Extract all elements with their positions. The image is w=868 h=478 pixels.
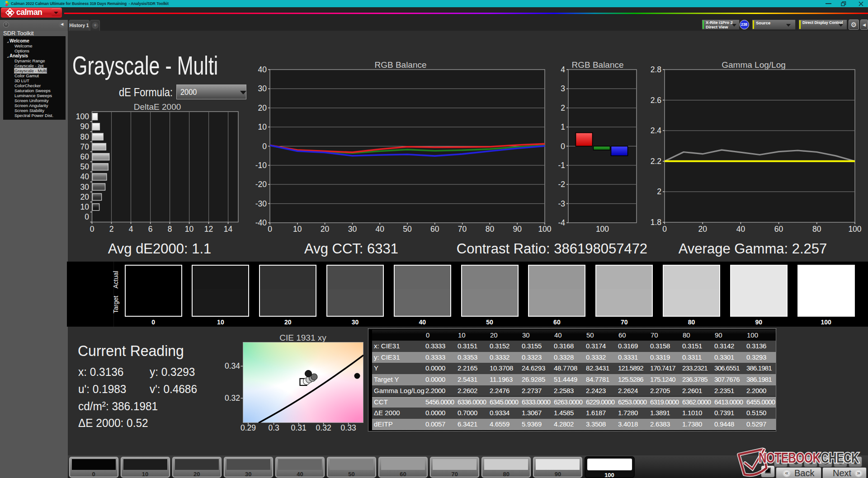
svg-text:3: 3 (561, 84, 565, 93)
svg-text:50: 50 (80, 162, 90, 171)
svg-text:NOTEBOOK: NOTEBOOK (759, 450, 821, 466)
svg-text:0: 0 (561, 142, 565, 151)
svg-text:0: 0 (85, 212, 89, 221)
svg-text:-10: -10 (255, 161, 267, 170)
svg-text:0: 0 (262, 142, 267, 151)
svg-text:40: 40 (80, 172, 90, 181)
svg-text:10: 10 (258, 122, 267, 131)
svg-text:2.2: 2.2 (651, 157, 661, 166)
svg-text:0.32: 0.32 (225, 394, 240, 403)
svg-text:40: 40 (375, 225, 384, 234)
svg-text:RGB Balance: RGB Balance (374, 60, 426, 70)
svg-text:0: 0 (90, 225, 94, 234)
svg-text:20: 20 (80, 192, 90, 202)
svg-text:2.6: 2.6 (651, 96, 661, 105)
svg-text:8: 8 (168, 225, 172, 234)
svg-text:12: 12 (204, 225, 213, 234)
svg-text:10: 10 (293, 225, 302, 234)
svg-text:60: 60 (430, 225, 439, 234)
svg-text:6: 6 (148, 225, 153, 234)
svg-text:100: 100 (538, 225, 551, 234)
svg-text:20: 20 (321, 225, 330, 234)
svg-text:10: 10 (185, 225, 194, 234)
svg-text:80: 80 (812, 225, 821, 234)
svg-text:80: 80 (486, 225, 495, 234)
svg-text:30: 30 (348, 225, 357, 234)
svg-text:30: 30 (80, 183, 90, 192)
svg-text:80: 80 (80, 132, 90, 141)
svg-text:-4: -4 (558, 218, 565, 227)
svg-text:-1: -1 (558, 161, 565, 170)
svg-text:2.4: 2.4 (651, 126, 662, 135)
svg-text:90: 90 (513, 225, 522, 234)
svg-text:100: 100 (76, 112, 89, 121)
svg-text:40: 40 (736, 225, 745, 234)
svg-text:2: 2 (561, 103, 565, 112)
svg-text:60: 60 (80, 152, 90, 161)
svg-text:-20: -20 (255, 180, 267, 189)
svg-text:CHECK: CHECK (821, 450, 859, 466)
svg-text:-30: -30 (255, 199, 267, 208)
svg-text:20: 20 (258, 103, 267, 112)
svg-text:14: 14 (224, 225, 233, 234)
svg-text:RGB Balance: RGB Balance (571, 60, 623, 70)
svg-text:0.34: 0.34 (225, 361, 240, 370)
svg-text:4: 4 (561, 65, 565, 74)
svg-text:2: 2 (657, 187, 661, 196)
svg-text:40: 40 (258, 65, 267, 74)
svg-text:50: 50 (403, 225, 412, 234)
svg-text:-2: -2 (558, 180, 565, 189)
svg-text:4: 4 (129, 225, 133, 234)
svg-text:1.8: 1.8 (651, 218, 661, 227)
svg-text:10: 10 (80, 202, 90, 211)
svg-text:60: 60 (774, 225, 783, 234)
svg-text:Gamma Log/Log: Gamma Log/Log (722, 60, 786, 70)
svg-text:0: 0 (268, 225, 272, 234)
svg-text:20: 20 (698, 225, 707, 234)
svg-text:70: 70 (458, 225, 467, 234)
svg-text:2: 2 (109, 225, 114, 234)
svg-text:70: 70 (80, 142, 90, 151)
svg-text:100: 100 (596, 225, 609, 234)
svg-text:-40: -40 (255, 218, 267, 227)
svg-text:90: 90 (80, 122, 90, 131)
svg-text:0: 0 (662, 225, 667, 234)
svg-text:-3: -3 (558, 199, 565, 208)
svg-text:100: 100 (848, 225, 861, 234)
svg-text:1: 1 (561, 122, 565, 131)
svg-text:2.8: 2.8 (651, 65, 661, 74)
svg-text:DeltaE 2000: DeltaE 2000 (134, 102, 181, 112)
svg-text:30: 30 (258, 84, 267, 93)
